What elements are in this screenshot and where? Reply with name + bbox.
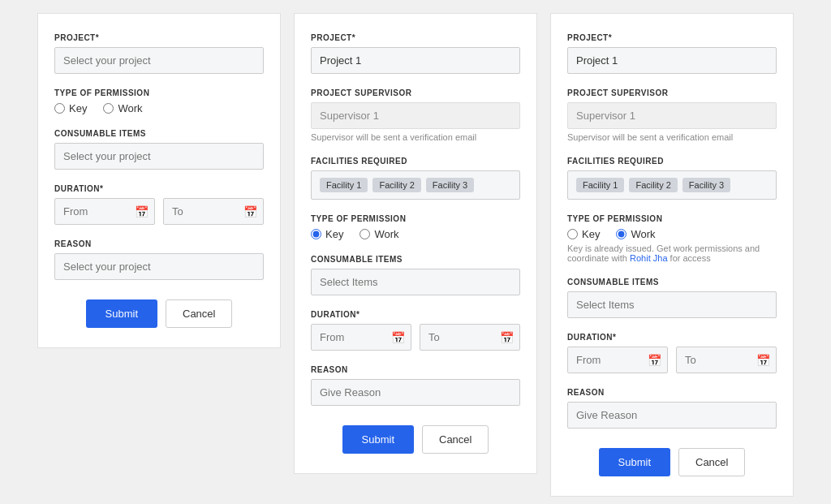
project-group-1: PROJECT* (54, 33, 264, 74)
radio-work-3[interactable] (616, 229, 626, 239)
date-row-2: 📅 📅 (311, 324, 520, 351)
permission-radio-group-3: Key Work (567, 228, 777, 240)
permission-label-3: TYPE OF PERMISSION (567, 214, 777, 223)
project-label-3: PROJECT* (567, 33, 777, 42)
supervisor-input-3 (567, 102, 777, 129)
project-input-2[interactable] (311, 47, 520, 74)
reason-label-1: REASON (54, 239, 264, 248)
reason-label-3: REASON (567, 388, 777, 397)
to-input-2[interactable] (420, 324, 520, 351)
from-field-1: 📅 (54, 198, 155, 225)
from-input-1[interactable] (54, 198, 155, 225)
supervisor-hint-3: Supervisor will be sent a verification e… (567, 132, 777, 142)
consumable-input-1[interactable] (54, 143, 264, 170)
radio-key-2[interactable] (311, 229, 321, 239)
submit-button-3[interactable]: Submit (599, 448, 670, 476)
submit-button-1[interactable]: Submit (86, 299, 157, 328)
reason-input-2[interactable] (311, 379, 520, 406)
date-row-1: 📅 📅 (54, 198, 264, 225)
to-field-2: 📅 (420, 324, 520, 351)
facility-tag-2-3: Facility 2 (629, 178, 677, 192)
radio-key-3[interactable] (567, 229, 578, 239)
to-input-3[interactable] (676, 347, 777, 373)
rohit-jha-link[interactable]: Rohit Jha (630, 253, 667, 263)
consumable-label-1: CONSUMABLE ITEMS (54, 129, 264, 138)
duration-group-2: DURATION* 📅 📅 (311, 310, 520, 351)
facilities-group-3: FACILITIES REQUIRED Facility 1 Facility … (567, 157, 777, 200)
permission-label-2: TYPE OF PERMISSION (311, 214, 520, 223)
project-input-3[interactable] (567, 47, 777, 74)
reason-input-1[interactable] (54, 253, 264, 280)
facility-tag-1-3: Facility 1 (576, 178, 624, 192)
submit-button-2[interactable]: Submit (342, 425, 414, 454)
supervisor-label-3: PROJECT SUPERVISOR (567, 88, 777, 97)
permission-radio-group-2: Key Work (311, 228, 520, 240)
permission-group-1: TYPE OF PERMISSION Key Work (54, 88, 264, 114)
reason-input-3[interactable] (567, 402, 777, 429)
form-card-1: PROJECT* TYPE OF PERMISSION Key Work CON… (37, 13, 281, 348)
facilities-label-3: FACILITIES REQUIRED (567, 157, 777, 166)
consumable-input-2[interactable] (311, 269, 520, 295)
supervisor-group-2: PROJECT SUPERVISOR Supervisor will be se… (311, 88, 520, 142)
facility-tag-2-2: Facility 2 (372, 178, 420, 192)
duration-label-3: DURATION* (567, 333, 777, 342)
cancel-button-3[interactable]: Cancel (678, 448, 745, 476)
reason-group-3: REASON (567, 388, 777, 429)
radio-key-label-2[interactable]: Key (311, 228, 343, 240)
permission-radio-group-1: Key Work (54, 102, 264, 114)
radio-key-1[interactable] (54, 103, 65, 114)
radio-work-label-1[interactable]: Work (103, 102, 142, 114)
duration-label-2: DURATION* (311, 310, 520, 319)
project-group-3: PROJECT* (567, 33, 777, 74)
permission-group-2: TYPE OF PERMISSION Key Work (311, 214, 520, 240)
permission-label-1: TYPE OF PERMISSION (54, 88, 264, 97)
consumable-group-1: CONSUMABLE ITEMS (54, 129, 264, 170)
reason-group-2: REASON (311, 365, 520, 406)
button-row-3: Submit Cancel (567, 448, 777, 476)
radio-work-1[interactable] (103, 103, 114, 114)
from-field-2: 📅 (311, 324, 411, 351)
from-input-3[interactable] (567, 347, 668, 373)
to-input-1[interactable] (163, 198, 264, 225)
to-field-1: 📅 (163, 198, 264, 225)
radio-work-label-3[interactable]: Work (616, 228, 655, 240)
form-card-3: PROJECT* PROJECT SUPERVISOR Supervisor w… (550, 13, 794, 497)
project-label-1: PROJECT* (54, 33, 264, 42)
facility-tag-1-2: Facility 1 (320, 178, 368, 192)
permission-hint-3: Key is already issued. Get work permissi… (567, 243, 777, 263)
date-row-3: 📅 📅 (567, 347, 777, 373)
reason-group-1: REASON (54, 239, 264, 280)
from-input-2[interactable] (311, 324, 411, 351)
form-card-2: PROJECT* PROJECT SUPERVISOR Supervisor w… (294, 13, 537, 474)
permission-group-3: TYPE OF PERMISSION Key Work Key is alrea… (567, 214, 777, 263)
duration-label-1: DURATION* (54, 184, 264, 193)
project-input-1[interactable] (54, 47, 264, 74)
from-field-3: 📅 (567, 347, 668, 373)
project-group-2: PROJECT* (311, 33, 520, 74)
radio-work-2[interactable] (360, 229, 370, 239)
facilities-group-2: FACILITIES REQUIRED Facility 1 Facility … (311, 157, 520, 200)
radio-work-label-2[interactable]: Work (360, 228, 398, 240)
supervisor-group-3: PROJECT SUPERVISOR Supervisor will be se… (567, 88, 777, 142)
consumable-label-3: CONSUMABLE ITEMS (567, 278, 777, 286)
button-row-2: Submit Cancel (311, 425, 520, 454)
facilities-label-2: FACILITIES REQUIRED (311, 157, 520, 166)
consumable-label-2: CONSUMABLE ITEMS (311, 255, 520, 264)
cancel-button-2[interactable]: Cancel (422, 425, 489, 454)
facility-tag-3-3: Facility 3 (682, 178, 730, 192)
button-row-1: Submit Cancel (54, 299, 264, 328)
project-label-2: PROJECT* (311, 33, 520, 42)
reason-label-2: REASON (311, 365, 520, 374)
radio-key-label-1[interactable]: Key (54, 102, 87, 114)
cancel-button-1[interactable]: Cancel (166, 299, 232, 328)
facility-tag-3-2: Facility 3 (426, 178, 474, 192)
duration-group-1: DURATION* 📅 📅 (54, 184, 264, 225)
duration-group-3: DURATION* 📅 📅 (567, 333, 777, 373)
consumable-input-3[interactable] (567, 291, 777, 318)
consumable-group-3: CONSUMABLE ITEMS (567, 278, 777, 318)
facility-tags-2: Facility 1 Facility 2 Facility 3 (311, 170, 520, 200)
to-field-3: 📅 (676, 347, 777, 373)
consumable-group-2: CONSUMABLE ITEMS (311, 255, 520, 295)
facility-tags-3: Facility 1 Facility 2 Facility 3 (567, 170, 777, 200)
radio-key-label-3[interactable]: Key (567, 228, 600, 240)
